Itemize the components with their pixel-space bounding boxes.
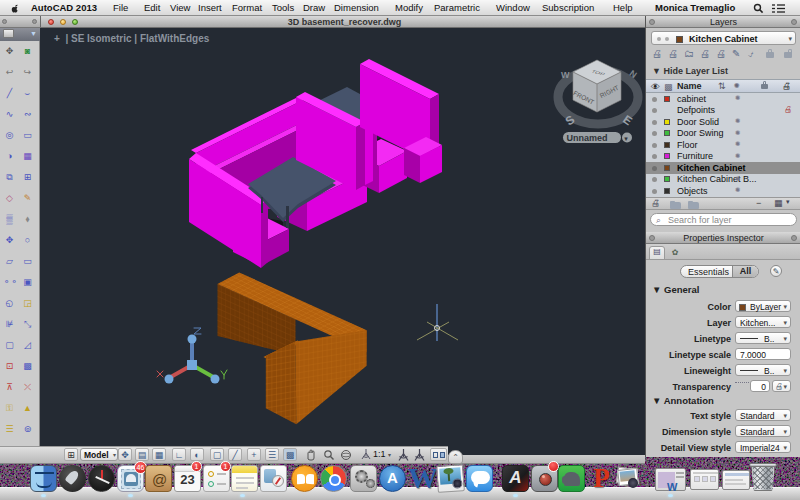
- svg-text:▾: ▾: [624, 135, 628, 142]
- svg-text:W: W: [561, 70, 570, 80]
- svg-text:Unnamed: Unnamed: [566, 133, 607, 143]
